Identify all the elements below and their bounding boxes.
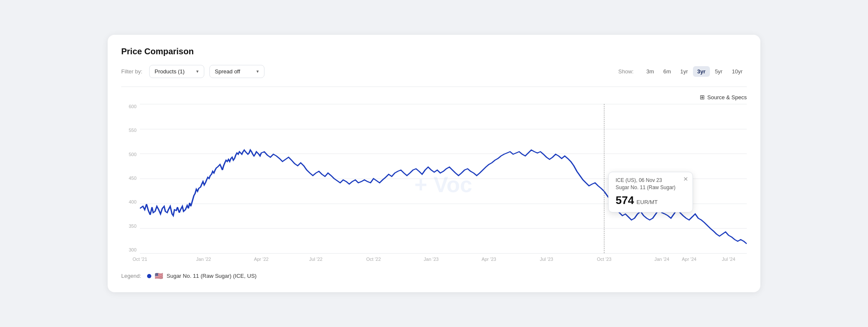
products-dropdown[interactable]: Products (1) ▾	[149, 65, 204, 78]
time-btn-6m[interactable]: 6m	[659, 66, 675, 77]
spread-dropdown[interactable]: Spread off ▾	[209, 65, 264, 78]
y-label-350: 350	[129, 224, 136, 229]
spread-label: Spread off	[215, 68, 240, 75]
chart-header: ⊞ Source & Specs	[121, 94, 747, 101]
x-axis: Oct '21 Jan '22 Apr '22 Jul '22 Oct '22 …	[140, 253, 747, 265]
divider	[121, 87, 747, 87]
chart-area: 600 550 500 450 400 350 300	[121, 104, 747, 282]
y-label-450: 450	[129, 176, 136, 181]
y-label-500: 500	[129, 152, 136, 157]
y-label-600: 600	[129, 104, 136, 109]
y-label-400: 400	[129, 199, 136, 204]
source-specs-button[interactable]: ⊞ Source & Specs	[700, 94, 747, 101]
chevron-down-icon: ▾	[256, 69, 259, 74]
tooltip-line	[604, 104, 604, 253]
chart-container: 600 550 500 450 400 350 300	[121, 104, 747, 265]
x-label-jan24: Jan '24	[654, 257, 669, 262]
time-btn-1yr[interactable]: 1yr	[676, 66, 692, 77]
x-label-apr22: Apr '22	[254, 257, 269, 262]
x-label-oct21: Oct '21	[133, 257, 147, 262]
y-axis: 600 550 500 450 400 350 300	[121, 104, 140, 252]
x-label-jul24: Jul '24	[722, 257, 735, 262]
legend-flag: 🇺🇸	[155, 272, 163, 280]
time-btn-10yr[interactable]: 10yr	[728, 66, 747, 77]
source-specs-label: Source & Specs	[707, 94, 747, 101]
y-label-550: 550	[129, 128, 136, 133]
time-btn-5yr[interactable]: 5yr	[711, 66, 727, 77]
tooltip-close-button[interactable]: ✕	[683, 176, 688, 182]
tooltip-value-number: 574	[615, 194, 634, 207]
x-label-apr23: Apr '23	[481, 257, 496, 262]
x-label-apr24: Apr '24	[682, 257, 697, 262]
page-title: Price Comparison	[121, 47, 747, 56]
price-comparison-card: Price Comparison Filter by: Products (1)…	[108, 35, 760, 292]
legend: Legend: 🇺🇸 Sugar No. 11 (Raw Sugar) (ICE…	[121, 272, 747, 280]
x-label-jan22: Jan '22	[196, 257, 211, 262]
chart-inner: + Voc ✕ ICE (US), 06 Nov 23 Sugar No. 11…	[140, 104, 747, 265]
legend-item-label: Sugar No. 11 (Raw Sugar) (ICE, US)	[167, 273, 256, 279]
tooltip-value-unit: EUR/MT	[637, 199, 658, 205]
x-label-jul23: Jul '23	[540, 257, 553, 262]
products-label: Products (1)	[155, 68, 185, 75]
tooltip-value: 574 EUR/MT	[615, 194, 686, 207]
tooltip-subtitle: Sugar No. 11 (Raw Sugar)	[615, 184, 686, 190]
time-range-buttons: 3m 6m 1yr 3yr 5yr 10yr	[642, 66, 747, 77]
x-label-jan23: Jan '23	[424, 257, 439, 262]
table-icon: ⊞	[700, 94, 705, 101]
x-label-oct22: Oct '22	[366, 257, 381, 262]
x-label-jul22: Jul '22	[309, 257, 323, 262]
y-label-300: 300	[129, 247, 136, 252]
time-btn-3yr[interactable]: 3yr	[693, 66, 710, 77]
chevron-down-icon: ▾	[196, 69, 199, 74]
toolbar: Filter by: Products (1) ▾ Spread off ▾ S…	[121, 65, 747, 78]
legend-dot	[147, 274, 151, 278]
show-label: Show:	[618, 68, 634, 75]
x-label-oct23: Oct '23	[597, 257, 612, 262]
time-btn-3m[interactable]: 3m	[642, 66, 658, 77]
tooltip-box: ✕ ICE (US), 06 Nov 23 Sugar No. 11 (Raw …	[608, 172, 693, 212]
filter-label: Filter by:	[121, 68, 142, 75]
tooltip-title: ICE (US), 06 Nov 23	[615, 177, 686, 183]
legend-label: Legend:	[121, 273, 141, 279]
